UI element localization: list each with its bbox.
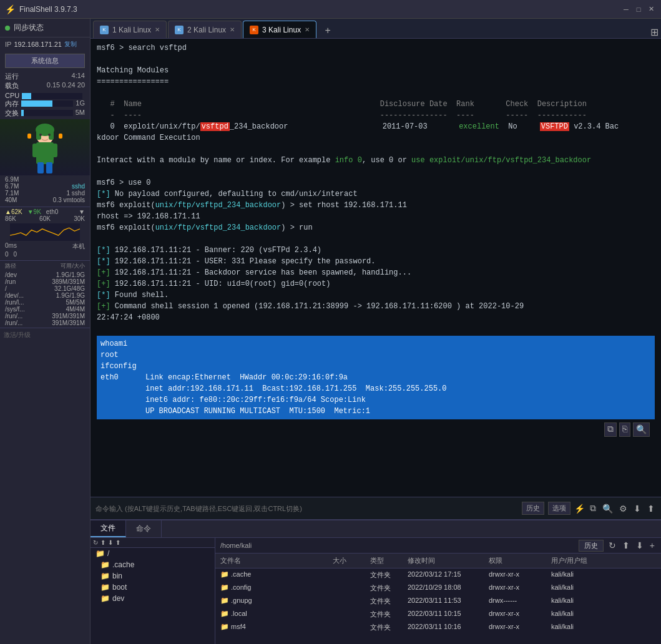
copy-cmd-icon[interactable]: ⧉ <box>589 502 597 515</box>
tree-root[interactable]: 📁 / <box>91 548 215 559</box>
tree-cache[interactable]: 📁 .cache <box>91 559 215 570</box>
tree-root-label: / <box>107 549 109 558</box>
net-iface: eth0 <box>46 208 58 215</box>
file-row-cache[interactable]: 📁 .cache 文件夹 2022/03/12 17:15 drwxr-xr-x… <box>215 568 661 582</box>
settings-cmd-icon[interactable]: ⚙ <box>618 502 629 515</box>
folder-icon: 📁 <box>100 560 110 569</box>
svg-point-9 <box>39 134 42 136</box>
network-chart <box>10 223 80 241</box>
net-down: ▼9K <box>27 208 41 215</box>
bottom-panel: 文件 命令 ↻ ⬆ ⬇ ⬆ 📁 / 📁 <box>91 519 661 644</box>
upload-icon[interactable]: ⬆ <box>621 539 631 552</box>
file-manager: ↻ ⬆ ⬇ ⬆ 📁 / 📁 .cache 📁 <box>91 538 661 644</box>
stat4-label: 40M <box>5 197 17 203</box>
file-toolbar: /home/kali 历史 ↻ ⬆ ⬇ + <box>215 538 661 554</box>
cpu-label: CPU <box>5 92 19 99</box>
tree-bin[interactable]: 📁 bin <box>91 570 215 582</box>
file-path: /home/kali <box>220 542 575 549</box>
tree-dev[interactable]: 📁 dev <box>91 593 215 604</box>
file-row-local[interactable]: 📁 .local 文件夹 2022/03/11 10:15 drwxr-xr-x… <box>215 608 661 621</box>
svg-rect-5 <box>46 162 52 173</box>
maximize-button[interactable]: □ <box>634 4 644 14</box>
path-row: /32.1G/48G <box>2 285 87 292</box>
search-icon[interactable]: 🔍 <box>633 422 650 437</box>
stat4-val: 0.3 vmtools <box>53 197 85 203</box>
file-row-msf4[interactable]: 📁 msf4 文件夹 2022/03/11 10:16 drwxr-xr-x k… <box>215 621 661 634</box>
tree-boot[interactable]: 📁 boot <box>91 582 215 593</box>
sys-info-button[interactable]: 系统信息 <box>5 54 85 68</box>
term-line: [+] Command shell session 1 opened (192.… <box>97 301 655 312</box>
titlebar: ⚡ FinalShell 3.9.7.3 ─ □ ✕ <box>0 0 661 19</box>
tree-refresh-icon[interactable]: ↻ <box>93 539 98 546</box>
running-label: 运行 <box>5 72 19 81</box>
tree-up-icon[interactable]: ⬆ <box>100 539 105 546</box>
activate-bar[interactable]: 激活/升级 <box>0 328 90 342</box>
download-cmd-icon[interactable]: ⬇ <box>632 502 642 515</box>
refresh-icon[interactable]: ↻ <box>607 539 617 552</box>
term-line: 0 exploit/unix/ftp/vsftpd_234_backdoor 2… <box>97 121 655 132</box>
add-tab-button[interactable]: + <box>320 23 335 38</box>
file-tab[interactable]: 文件 <box>91 520 126 537</box>
cmd-bar: 历史 选项 ⚡ ⧉ 🔍 ⚙ ⬇ ⬆ <box>91 497 661 519</box>
tree-cache-label: .cache <box>112 560 134 569</box>
term-line <box>97 323 655 334</box>
term-line: msf6 exploit(unix/ftp/vsftpd_234_backdoo… <box>97 222 655 233</box>
terminal[interactable]: msf6 > search vsftpd Matching Modules ==… <box>91 39 661 497</box>
eth0-line4: UP BROADCAST RUNNING MULTICAST MTU:1500 … <box>100 406 651 417</box>
copy2-icon[interactable]: ⎘ <box>619 422 630 437</box>
file-row-config[interactable]: 📁 .config 文件夹 2022/10/29 18:08 drwxr-xr-… <box>215 582 661 595</box>
history-btn[interactable]: 历史 <box>579 540 604 552</box>
tree-download-icon[interactable]: ⬇ <box>108 539 113 546</box>
tab2-close[interactable]: ✕ <box>230 26 235 33</box>
copy-ip-button[interactable]: 复制 <box>64 40 77 49</box>
term-line: msf6 exploit(unix/ftp/vsftpd_234_backdoo… <box>97 200 655 211</box>
lightning-icon: ⚡ <box>574 504 585 514</box>
term-line: [+] 192.168.171.11:21 - Backdoor service… <box>97 267 655 278</box>
history-button[interactable]: 历史 <box>522 502 544 515</box>
svg-rect-7 <box>36 127 41 140</box>
main-container: 同步状态 IP 192.168.171.21 复制 系统信息 运行 4:14 载… <box>0 19 661 644</box>
search-cmd-icon[interactable]: 🔍 <box>601 502 614 515</box>
term-line: msf6 > search vsftpd <box>97 42 655 54</box>
folder-icon: 📁 <box>220 597 229 604</box>
term-line: [*] 192.168.171.11:21 - USER: 331 Please… <box>97 256 655 267</box>
cmd-tab[interactable]: 命令 <box>126 520 162 537</box>
copy-icon[interactable]: ⧉ <box>604 422 617 437</box>
new-folder-icon[interactable]: + <box>649 539 656 552</box>
options-button[interactable]: 选项 <box>548 502 570 515</box>
ifconfig-cmd: ifconfig <box>100 361 651 372</box>
whoami-block: whoami root ifconfig eth0 Link encap:Eth… <box>97 336 655 419</box>
col-filename: 文件名 <box>215 555 328 567</box>
term-line: # Name Disclosure Date Rank Check Descri… <box>97 99 655 110</box>
eth0-line1: eth0 Link encap:Ethernet HWaddr 00:0c:29… <box>100 372 651 383</box>
minimize-button[interactable]: ─ <box>621 4 631 14</box>
cmd-input-area[interactable] <box>95 505 518 512</box>
tree-upload-icon[interactable]: ⬆ <box>115 539 120 546</box>
stat1-label: 6.9M <box>5 176 19 183</box>
sync-status-label: 同步状态 <box>14 22 44 33</box>
svg-rect-4 <box>37 162 44 173</box>
tab1-close[interactable]: ✕ <box>155 26 160 33</box>
tab-2-kali[interactable]: K 2 Kali Linux ✕ <box>168 21 242 38</box>
terminal-action-bar: ⧉ ⎘ 🔍 <box>97 421 655 439</box>
close-button[interactable]: ✕ <box>646 4 656 14</box>
tab3-close[interactable]: ✕ <box>305 26 310 33</box>
whoami-result: root <box>100 349 651 361</box>
cmd-input[interactable] <box>95 505 518 512</box>
svg-rect-8 <box>49 127 54 140</box>
grid-view-icon[interactable]: ⊞ <box>650 26 659 38</box>
term-line: kdoor Command Execution <box>97 132 655 144</box>
load-label: 载负 <box>5 81 19 90</box>
download-icon[interactable]: ⬇ <box>635 539 645 552</box>
tab-1-kali[interactable]: K 1 Kali Linux ✕ <box>93 21 167 38</box>
path-row: /dev1.9G/1.9G <box>2 271 87 278</box>
expand-cmd-icon[interactable]: ⬆ <box>646 502 656 515</box>
avatar-svg <box>20 122 70 175</box>
tab-3-kali[interactable]: K 3 Kali Linux ✕ <box>243 21 316 38</box>
svg-rect-3 <box>52 144 57 157</box>
status-dot <box>5 26 10 31</box>
col-owner: 用户/用户组 <box>546 555 609 567</box>
tree-dev-label: dev <box>112 594 124 603</box>
tab2-label: 2 Kali Linux <box>187 26 226 34</box>
file-row-gnupg[interactable]: 📁 .gnupg 文件夹 2022/03/11 11:53 drwx------… <box>215 595 661 608</box>
